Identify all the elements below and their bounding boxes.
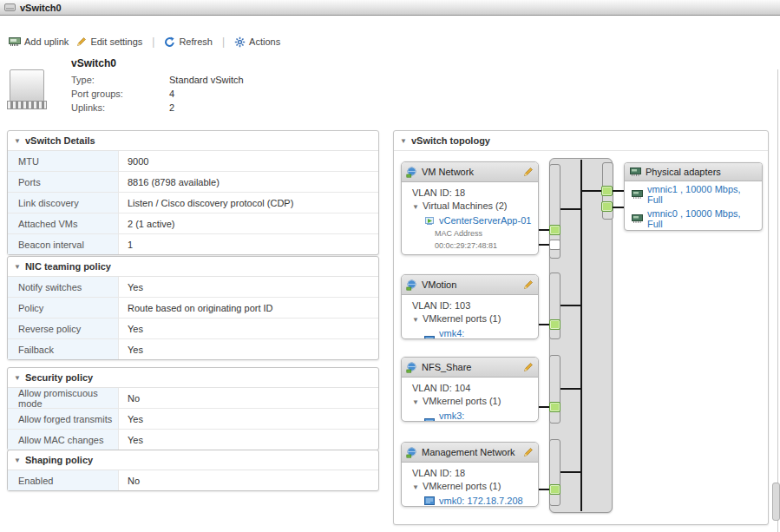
portgroup-name: NFS_Share xyxy=(422,362,519,372)
table-row: Allow MAC changesYes xyxy=(8,430,378,450)
table-row: Attached VMs2 (1 active) xyxy=(8,213,378,234)
portgroup-strip xyxy=(549,439,560,506)
portgroup-card-management: Management Network VLAN ID: 18 ▼VMkernel… xyxy=(401,442,539,507)
summary-uplinks-label: Uplinks: xyxy=(71,102,167,113)
refresh-icon xyxy=(164,36,175,48)
vmkernel-port-icon xyxy=(424,496,435,505)
table-row: Reverse policyYes xyxy=(8,319,378,339)
panel-header-shaping[interactable]: ▼ Shaping policy xyxy=(8,450,378,470)
panel-vswitch-details: ▼ vSwitch Details MTU9000 Ports8816 (879… xyxy=(7,130,379,255)
portgroup-name: Management Network xyxy=(422,447,519,457)
port-active xyxy=(549,225,560,235)
vm-mac-address: MAC Address 00:0c:29:27:48:81 xyxy=(435,227,534,252)
panel-title: vSwitch Details xyxy=(25,135,95,146)
nic-icon xyxy=(632,214,643,223)
panel-title: vSwitch topology xyxy=(411,135,490,146)
table-row: Notify switchesYes xyxy=(8,277,378,298)
table-row: FailbackYes xyxy=(8,339,378,359)
connector-line xyxy=(560,305,581,306)
table-row: MTU9000 xyxy=(8,151,378,172)
vmk-tree-toggle[interactable]: ▼VMkernel ports (1) xyxy=(412,395,534,409)
vswitch-icon xyxy=(4,3,16,11)
edit-settings-button[interactable]: Edit settings xyxy=(76,36,142,47)
panel-header-vswitch-details[interactable]: ▼ vSwitch Details xyxy=(8,131,378,151)
vmnic-link[interactable]: vmnic1 , 10000 Mbps, Full xyxy=(647,184,757,205)
portgroup-name: VMotion xyxy=(422,279,519,290)
vmkernel-port-icon xyxy=(424,418,435,422)
toolbar: Add uplink Edit settings | Refresh | Act… xyxy=(9,33,280,50)
collapse-arrow-icon: ▼ xyxy=(14,263,21,271)
vmk-link[interactable]: vmk4: 192.168.103.208 xyxy=(439,326,534,339)
actions-button[interactable]: Actions xyxy=(234,36,280,48)
summary-uplinks-value: 2 xyxy=(169,102,174,113)
summary-portgroups-value: 4 xyxy=(169,89,174,99)
physical-adapters-header: Physical adapters xyxy=(625,163,762,181)
port-active xyxy=(549,484,560,495)
portgroup-header: Management Network xyxy=(402,443,538,463)
refresh-button[interactable]: Refresh xyxy=(164,36,213,48)
panel-header-security[interactable]: ▼ Security policy xyxy=(8,368,378,388)
uplink-port xyxy=(601,201,613,212)
collapse-arrow-icon: ▼ xyxy=(14,456,21,464)
edit-pencil-icon[interactable] xyxy=(523,167,534,177)
collapse-arrow-icon: ▼ xyxy=(14,137,21,145)
portgroup-header: NFS_Share xyxy=(402,358,538,378)
portgroup-name: VM Network xyxy=(422,167,519,177)
edit-pencil-icon[interactable] xyxy=(523,362,534,372)
collapse-arrow-icon: ▼ xyxy=(14,374,21,382)
table-row: Link discoveryListen / Cisco discovery p… xyxy=(8,193,378,213)
actions-label: Actions xyxy=(249,36,280,47)
scrollbar-thumb[interactable] xyxy=(772,483,780,521)
window-titlebar: vSwitch0 xyxy=(0,0,780,16)
vlan-label: VLAN ID: 18 xyxy=(412,467,534,480)
portgroup-icon xyxy=(406,279,417,291)
vm-link[interactable]: Linux-VM xyxy=(439,252,479,255)
panel-security: ▼ Security policy Allow promiscuous mode… xyxy=(7,367,379,450)
panel-vswitch-topology: ▼ vSwitch topology xyxy=(393,130,769,525)
table-row: Beacon interval1 xyxy=(8,234,378,254)
vmnic-link[interactable]: vmnic0 , 10000 Mbps, Full xyxy=(647,208,757,229)
vlan-label: VLAN ID: 18 xyxy=(412,187,534,200)
panel-shaping: ▼ Shaping policy EnabledNo xyxy=(7,450,379,491)
vmk-tree-toggle[interactable]: ▼VMkernel ports (1) xyxy=(412,480,534,494)
add-uplink-button[interactable]: Add uplink xyxy=(9,36,69,47)
connector-line xyxy=(560,388,581,390)
portgroup-card-vmotion: VMotion VLAN ID: 103 ▼VMkernel ports (1)… xyxy=(401,274,539,339)
vmk-tree-toggle[interactable]: ▼VMkernel ports (1) xyxy=(412,312,534,326)
vm-powered-off-icon xyxy=(424,253,435,255)
table-row: Ports8816 (8798 available) xyxy=(8,172,378,193)
portgroup-icon xyxy=(406,447,417,458)
edit-pencil-icon[interactable] xyxy=(523,279,534,290)
vswitch-bus-line xyxy=(580,160,582,511)
portgroup-card-vm-network: VM Network VLAN ID: 18 ▼Virtual Machines… xyxy=(401,161,539,255)
portgroup-icon xyxy=(406,167,417,178)
panel-header-nic-teaming[interactable]: ▼ NIC teaming policy xyxy=(8,257,378,277)
gear-icon xyxy=(234,36,246,48)
vmk-link[interactable]: vmk3: 192.168.104.208 xyxy=(439,409,534,422)
vm-tree-toggle[interactable]: ▼Virtual Machines (2) xyxy=(412,200,534,213)
table-row: PolicyRoute based on originating port ID xyxy=(8,298,378,319)
portgroup-strip xyxy=(549,355,560,424)
vmk-tree-label: VMkernel ports (1) xyxy=(423,396,501,406)
add-uplink-icon xyxy=(9,36,21,47)
vmk-link[interactable]: vmk0: 172.18.7.208 xyxy=(439,494,523,507)
vm-link[interactable]: vCenterServerApp-01 xyxy=(439,213,531,227)
port-active xyxy=(549,402,560,412)
pencil-icon xyxy=(76,36,87,47)
summary-portgroups-label: Port groups: xyxy=(71,89,167,99)
connector-line xyxy=(560,208,581,210)
panel-edge-divider xyxy=(777,69,778,532)
port-active xyxy=(549,319,560,330)
vmkernel-port-icon xyxy=(424,336,435,339)
connector-line xyxy=(560,471,581,473)
edit-pencil-icon[interactable] xyxy=(523,447,534,457)
physical-adapters-title: Physical adapters xyxy=(646,167,721,177)
collapse-arrow-icon: ▼ xyxy=(412,203,419,211)
window-title: vSwitch0 xyxy=(20,3,62,13)
collapse-arrow-icon: ▼ xyxy=(412,398,419,406)
table-row: Allow forged transmitsYes xyxy=(8,409,378,430)
portgroup-icon xyxy=(406,362,417,373)
panel-header-topology[interactable]: ▼ vSwitch topology xyxy=(394,131,768,151)
collapse-arrow-icon: ▼ xyxy=(400,137,407,145)
nic-icon xyxy=(632,190,643,199)
